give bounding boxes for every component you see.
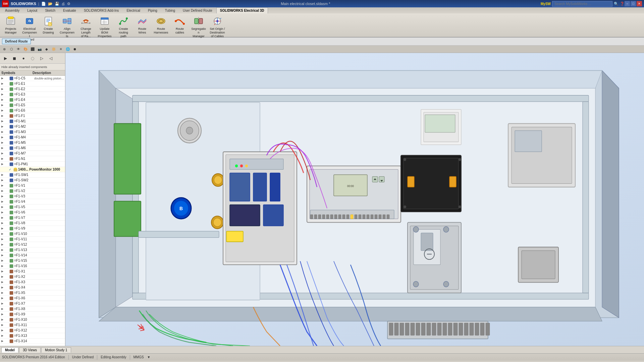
new-icon[interactable]: 📄 bbox=[41, 2, 46, 6]
view-orient-icon[interactable]: ⊕ bbox=[1, 46, 7, 52]
units-dropdown-icon[interactable]: ▼ bbox=[147, 355, 151, 359]
tab-assembly[interactable]: Assembly bbox=[1, 7, 23, 13]
tab-tubing[interactable]: Tubing bbox=[161, 7, 179, 13]
set-origin-button[interactable]: Set Origin /Destinationof Cables bbox=[209, 15, 226, 39]
tree-item[interactable]: ▶ =F1-V9 bbox=[0, 226, 65, 231]
tree-item[interactable]: ▶ =F1-E5 bbox=[0, 103, 65, 108]
tab-user-defined-route[interactable]: User Defined Route bbox=[179, 7, 216, 13]
change-length-button[interactable]: ChangeLengthof Ra... bbox=[77, 15, 95, 39]
segregation-manager-button[interactable]: SegregationManager bbox=[190, 15, 207, 39]
create-drawing-button[interactable]: CreateDrawing bbox=[40, 15, 57, 36]
tree-item[interactable]: ▶ =F1-X5 bbox=[0, 290, 65, 296]
tree-item[interactable]: ▶ =F1-E4 bbox=[0, 97, 65, 103]
tree-item[interactable]: ▶ =F1-X14 bbox=[0, 339, 65, 344]
tab-motion-study-1[interactable]: Motion Study 1 bbox=[41, 347, 71, 353]
tree-item[interactable]: ▶ =F1-F1 bbox=[0, 113, 65, 119]
tree-item[interactable]: ▶ =F1-PM1 bbox=[0, 162, 65, 167]
print-icon[interactable]: 🖨 bbox=[61, 2, 65, 6]
tree-item[interactable]: ▶ =F1-V16 bbox=[0, 263, 65, 269]
tree-item[interactable]: ▶ =F1-X11 bbox=[0, 322, 65, 328]
3d-viewport[interactable]: B bbox=[65, 53, 644, 346]
route-wires-button[interactable]: RouteWires bbox=[133, 15, 151, 36]
hide-components-bar[interactable]: Hide already inserted components bbox=[0, 64, 65, 70]
search-input[interactable] bbox=[552, 1, 612, 7]
tree-item[interactable]: ▶ =F1-V2 bbox=[0, 188, 65, 194]
tree-item[interactable]: ▶ =F1-V7 bbox=[0, 215, 65, 221]
tree-item[interactable]: ▶ =F1-X4 bbox=[0, 285, 65, 290]
search-icon[interactable]: 🔍 bbox=[614, 2, 619, 6]
sym-btn-3[interactable]: ● bbox=[19, 54, 28, 62]
tree-item[interactable]: ▶ =F1-V14 bbox=[0, 253, 65, 258]
tree-item[interactable]: ▶ =F1-M2 bbox=[0, 124, 65, 129]
sym-btn-4[interactable]: ◌ bbox=[29, 54, 37, 62]
tree-item[interactable]: ▶ =F1-V13 bbox=[0, 247, 65, 253]
scene-icon[interactable]: 🌐 bbox=[65, 46, 71, 52]
section-view-icon[interactable]: ⬛ bbox=[30, 46, 36, 52]
edit-appear-icon[interactable]: 🎨 bbox=[22, 46, 29, 52]
tab-layout[interactable]: Layout bbox=[23, 7, 41, 13]
tree-item[interactable]: ▶ =F1-X1 bbox=[0, 269, 65, 274]
tree-item[interactable]: ▶ =F1-V5 bbox=[0, 204, 65, 210]
tree-item[interactable]: ▶ =F1-X9 bbox=[0, 312, 65, 317]
tree-item[interactable]: ▶ =F1-M3 bbox=[0, 129, 65, 135]
tree-item[interactable]: ▶ =F1-M1 bbox=[0, 119, 65, 124]
sym-btn-2[interactable]: ◼ bbox=[10, 54, 18, 62]
tree-item[interactable]: ▶ =F1-E1 bbox=[0, 81, 65, 86]
tree-item[interactable]: ▶ =F1-E3 bbox=[0, 92, 65, 97]
tab-addins[interactable]: SOLIDWORKS Add-Ins bbox=[80, 7, 122, 13]
tree-item[interactable]: ▶ =F1-X13 bbox=[0, 333, 65, 339]
tree-item[interactable]: ▶ =F1-X3 bbox=[0, 280, 65, 285]
hide-show-icon[interactable]: 👁 bbox=[15, 46, 21, 52]
tree-item[interactable]: ▶ =F1-V10 bbox=[0, 231, 65, 237]
view-display-icon[interactable]: ⬡ bbox=[8, 46, 14, 52]
tab-sketch[interactable]: Sketch bbox=[41, 7, 59, 13]
tree-item[interactable]: ▶ =F1-X7 bbox=[0, 301, 65, 306]
tree-item[interactable]: ▶ =F1-M4 bbox=[0, 135, 65, 140]
tree-item[interactable]: ▶ =F1-E2 bbox=[0, 86, 65, 92]
create-routing-button[interactable]: Createroutingpath bbox=[115, 15, 132, 39]
tab-model[interactable]: Model bbox=[1, 347, 18, 353]
sym-btn-5[interactable]: ▷ bbox=[38, 54, 46, 62]
tree-item[interactable]: ▶ =F1-M5 bbox=[0, 140, 65, 145]
tree-item[interactable]: ▶ =F1-V11 bbox=[0, 237, 65, 242]
tree-item[interactable]: ▶ =F1-V12 bbox=[0, 242, 65, 247]
shadows-icon[interactable]: 🔆 bbox=[51, 46, 57, 52]
tree-item[interactable]: ▶ =F1-V6 bbox=[0, 210, 65, 215]
ambient-icon[interactable]: ☀ bbox=[58, 46, 64, 52]
settings-icon[interactable]: ⚙ bbox=[67, 2, 70, 6]
tree-item[interactable]: ▶ =F1-X10 bbox=[0, 317, 65, 322]
update-bom-button[interactable]: UpdateBOMProperties bbox=[96, 15, 113, 39]
route-cables-button[interactable]: Routecables bbox=[171, 15, 189, 36]
tab-electrical[interactable]: Electrical bbox=[123, 7, 144, 13]
tree-item[interactable]: ▶ =F1-SW1 bbox=[0, 172, 65, 178]
projects-manager-button[interactable]: ProjectsManager bbox=[2, 15, 19, 36]
route-harnesses-button[interactable]: RouteHarnesses bbox=[152, 15, 170, 36]
record-icon[interactable]: ⏺ bbox=[72, 46, 78, 52]
tree-item[interactable]: ▶ =F1-C5 double-acting piston ... bbox=[0, 76, 65, 81]
open-icon[interactable]: 📂 bbox=[48, 2, 53, 6]
align-components-button[interactable]: AlignComponents bbox=[58, 15, 76, 39]
close-button[interactable]: ✕ bbox=[637, 1, 642, 6]
tab-3d-views[interactable]: 3D Views bbox=[19, 347, 41, 353]
tree-item[interactable]: ▶ =F1-M6 bbox=[0, 145, 65, 151]
tree-item[interactable]: ▶ =F1-X6 bbox=[0, 296, 65, 301]
tree-item[interactable]: ▶ =F1-SW2 bbox=[0, 178, 65, 183]
tree-item[interactable]: ▶ =F1-V8 bbox=[0, 221, 65, 226]
tree-item[interactable]: ▶ =F1-V3 bbox=[0, 194, 65, 199]
view-camera-icon[interactable]: 📷 bbox=[37, 46, 43, 52]
tab-sw-electrical-3d[interactable]: SOLIDWORKS Electrical 3D bbox=[216, 7, 268, 13]
sym-btn-1[interactable]: ▶ bbox=[1, 54, 9, 62]
tree-item[interactable]: ▶ =F1-X12 bbox=[0, 328, 65, 333]
tree-item[interactable]: ✓ 1400... PowerMonitor 1000 bbox=[0, 167, 65, 172]
tab-piping[interactable]: Piping bbox=[144, 7, 161, 13]
defined-route-button[interactable]: Defined Route bbox=[2, 39, 31, 44]
tree-item[interactable]: ▶ =F1-V1 bbox=[0, 183, 65, 188]
tree-item[interactable]: ▶ =F1-X8 bbox=[0, 306, 65, 312]
tab-evaluate[interactable]: Evaluate bbox=[59, 7, 80, 13]
maximize-button[interactable]: □ bbox=[631, 1, 636, 6]
tree-item[interactable]: ▶ =F1-X2 bbox=[0, 274, 65, 280]
help-icon[interactable]: ❓ bbox=[620, 2, 625, 6]
tree-item[interactable]: ▶ =F1-E6 bbox=[0, 108, 65, 113]
save-icon[interactable]: 💾 bbox=[55, 2, 59, 6]
tree-item[interactable]: ▶ =F1-V15 bbox=[0, 258, 65, 263]
